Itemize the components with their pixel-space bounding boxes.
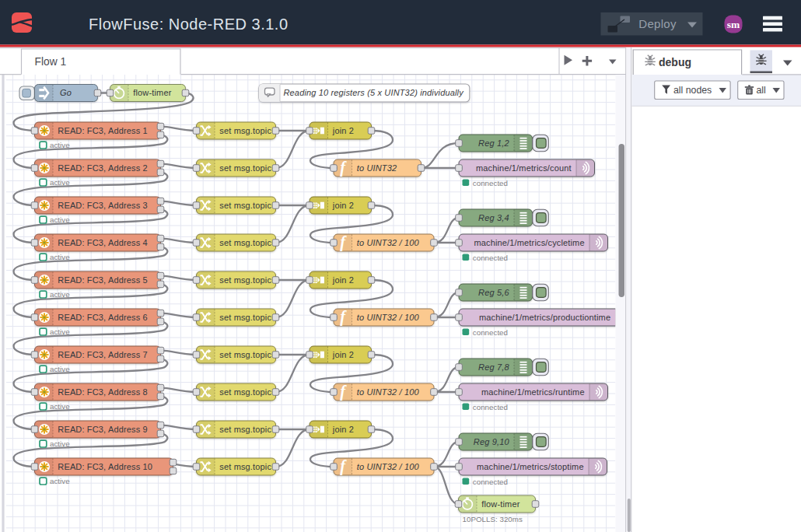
svg-text:join 2: join 2 [332,126,354,135]
svg-text:active: active [50,477,70,485]
svg-text:10POLLS: 320ms: 10POLLS: 320ms [463,515,523,523]
svg-text:machine/1/metrics/stoptime: machine/1/metrics/stoptime [477,462,584,471]
svg-text:FlowFuse: Node-RED 3.1.0: FlowFuse: Node-RED 3.1.0 [89,16,289,33]
svg-text:active: active [50,402,70,411]
svg-text:READ: FC3, Address 3: READ: FC3, Address 3 [58,201,148,210]
svg-text:Flow 1: Flow 1 [35,56,67,68]
svg-text:set msg.topic: set msg.topic [219,425,271,434]
svg-text:set msg.topic: set msg.topic [219,126,271,135]
svg-text:set msg.topic: set msg.topic [219,275,271,285]
svg-text:READ: FC3, Address 1: READ: FC3, Address 1 [58,126,148,135]
svg-text:flow-timer: flow-timer [481,499,519,509]
svg-text:READ: FC3, Address 10: READ: FC3, Address 10 [58,462,152,471]
svg-text:READ: FC3, Address 4: READ: FC3, Address 4 [58,238,148,247]
svg-text:machine/1/metrics/count: machine/1/metrics/count [476,163,572,173]
svg-text:join 2: join 2 [332,425,354,434]
svg-text:to UINT32 / 100: to UINT32 / 100 [357,462,420,471]
svg-text:active: active [50,253,70,261]
svg-text:READ: FC3, Address 8: READ: FC3, Address 8 [58,387,148,397]
svg-text:machine/1/metrics/productionti: machine/1/metrics/productiontime [479,313,610,322]
svg-text:set msg.topic: set msg.topic [219,350,271,359]
svg-text:active: active [50,439,70,448]
svg-text:set msg.topic: set msg.topic [219,387,271,397]
svg-text:READ: FC3, Address 9: READ: FC3, Address 9 [58,425,148,434]
svg-text:connected: connected [473,478,508,486]
svg-text:active: active [50,178,70,187]
svg-text:join 2: join 2 [332,201,354,210]
svg-text:Reg 1,2: Reg 1,2 [478,138,509,148]
svg-text:set msg.topic: set msg.topic [219,462,271,471]
svg-text:active: active [50,327,70,336]
svg-text:set msg.topic: set msg.topic [219,313,271,322]
svg-text:set msg.topic: set msg.topic [219,163,271,173]
svg-text:READ: FC3, Address 6: READ: FC3, Address 6 [58,313,148,322]
svg-text:connected: connected [473,328,508,337]
svg-text:join 2: join 2 [332,275,354,285]
svg-text:Deploy: Deploy [638,17,677,30]
svg-text:Reg 5,6: Reg 5,6 [478,288,509,297]
svg-text:Reg 3,4: Reg 3,4 [478,213,509,222]
svg-text:flow-timer: flow-timer [133,88,171,97]
svg-text:debug: debug [659,56,691,68]
svg-text:active: active [50,290,70,299]
svg-text:Reg 7,8: Reg 7,8 [478,362,509,372]
svg-text:sm: sm [727,19,740,30]
svg-text:to UINT32 / 100: to UINT32 / 100 [357,238,420,247]
svg-text:join 2: join 2 [332,350,354,359]
svg-text:connected: connected [473,403,508,411]
svg-text:connected: connected [473,179,508,187]
svg-text:active: active [50,141,70,149]
svg-text:all: all [757,85,766,96]
svg-text:connected: connected [473,254,508,262]
svg-text:READ: FC3, Address 7: READ: FC3, Address 7 [58,350,148,359]
svg-text:all nodes: all nodes [673,85,712,96]
svg-text:READ: FC3, Address 2: READ: FC3, Address 2 [58,163,148,173]
svg-text:active: active [50,215,70,224]
svg-text:to UINT32: to UINT32 [357,163,397,173]
svg-text:Go: Go [60,88,72,97]
svg-text:machine/1/metrics/cycletime: machine/1/metrics/cycletime [474,238,584,247]
svg-text:machine/1/metrics/runtime: machine/1/metrics/runtime [481,387,585,397]
svg-text:set msg.topic: set msg.topic [219,201,271,210]
svg-text:to UINT32 / 100: to UINT32 / 100 [357,387,420,397]
svg-text:active: active [50,365,70,373]
svg-text:Reg 9,10: Reg 9,10 [474,437,510,446]
svg-text:set msg.topic: set msg.topic [219,238,271,247]
svg-text:to UINT32 / 100: to UINT32 / 100 [357,313,420,322]
svg-text:Reading 10 registers (5 x UINT: Reading 10 registers (5 x UINT32) indivi… [284,88,465,97]
svg-text:READ: FC3, Address 5: READ: FC3, Address 5 [58,275,148,285]
